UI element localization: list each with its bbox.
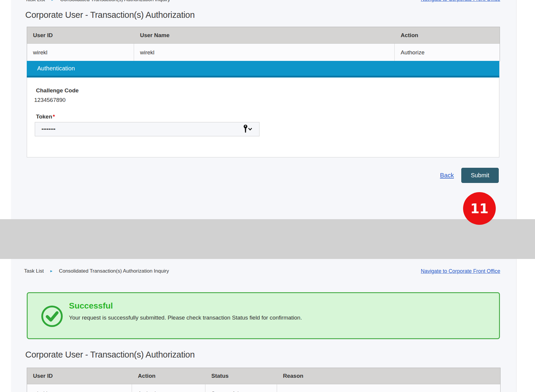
- authentication-panel: Challenge Code 1234567890 Token* •••••••…: [27, 78, 499, 157]
- key-icon[interactable]: [243, 124, 259, 135]
- col-header-action: Action: [395, 27, 500, 43]
- col-header-action: Action: [132, 368, 205, 384]
- table-header-row: User ID User Name Action: [27, 27, 500, 44]
- page-title: Corporate User - Transaction(s) Authoriz…: [25, 350, 195, 360]
- results-table: User ID Action Status Reason wirekl Auth…: [27, 368, 501, 392]
- cell-user-id: wirekl: [27, 44, 134, 61]
- col-header-user-id: User ID: [27, 27, 134, 43]
- token-input[interactable]: ••••••••: [35, 122, 259, 136]
- chevron-down-icon: [248, 128, 252, 130]
- breadcrumb-current-page: Consolidated Transaction(s) Authorizatio…: [60, 0, 170, 2]
- alert-message: Your request is successfully submitted. …: [69, 314, 302, 321]
- submit-button[interactable]: Submit: [461, 168, 499, 183]
- back-button[interactable]: Back: [440, 172, 454, 179]
- step-number-badge: 11: [463, 192, 496, 225]
- screens-divider: [0, 219, 535, 259]
- col-header-user-name: User Name: [134, 27, 395, 43]
- table-row: wirekl wirekl Authorize: [27, 44, 500, 61]
- breadcrumb-arrow-icon: ▸: [51, 0, 54, 2]
- col-header-status: Status: [205, 368, 277, 384]
- token-masked-value: ••••••••: [35, 127, 243, 132]
- breadcrumb-task-list[interactable]: Task List: [25, 0, 45, 2]
- token-label: Token*: [36, 113, 55, 120]
- success-check-icon: [41, 305, 63, 328]
- breadcrumb: Task List▸Consolidated Transaction(s) Au…: [24, 268, 169, 274]
- authentication-section-header: Authentication: [27, 61, 499, 78]
- cell-reason: [277, 384, 500, 392]
- cell-user-id: wirekl: [27, 384, 132, 392]
- screenshot-root: Task List▸Consolidated Transaction(s) Au…: [0, 0, 535, 392]
- authentication-title: Authentication: [27, 65, 75, 72]
- cell-user-name: wirekl: [134, 44, 395, 61]
- breadcrumb-task-list[interactable]: Task List: [24, 268, 44, 274]
- page-title: Corporate User - Transaction(s) Authoriz…: [25, 10, 195, 20]
- table-row: wirekl Authorize Successful: [27, 384, 500, 392]
- success-alert: Successful Your request is successfully …: [27, 292, 500, 339]
- result-screen: Task List▸Consolidated Transaction(s) Au…: [11, 259, 517, 392]
- required-asterisk: *: [53, 113, 55, 120]
- breadcrumb-arrow-icon: ▸: [50, 268, 52, 273]
- cell-action: Authorize: [132, 384, 205, 392]
- auth-step-screen: Task List▸Consolidated Transaction(s) Au…: [11, 0, 517, 219]
- cell-status: Successful: [205, 384, 277, 392]
- col-header-user-id: User ID: [27, 368, 132, 384]
- col-header-reason: Reason: [277, 368, 500, 384]
- token-label-text: Token: [36, 113, 52, 120]
- breadcrumb-current-page: Consolidated Transaction(s) Authorizatio…: [59, 268, 169, 274]
- navigate-corporate-front-office-link[interactable]: Navigate to Corporate Front Office: [421, 268, 500, 274]
- users-table: User ID User Name Action wirekl wirekl A…: [27, 27, 500, 61]
- challenge-code-label: Challenge Code: [36, 87, 79, 94]
- alert-title: Successful: [69, 301, 113, 311]
- cell-action: Authorize: [395, 44, 500, 61]
- navigate-corporate-front-office-link[interactable]: Navigate to Corporate Front Office: [421, 0, 500, 2]
- breadcrumb: Task List▸Consolidated Transaction(s) Au…: [25, 0, 170, 3]
- table-header-row: User ID Action Status Reason: [27, 368, 500, 384]
- challenge-code-value: 1234567890: [34, 97, 66, 103]
